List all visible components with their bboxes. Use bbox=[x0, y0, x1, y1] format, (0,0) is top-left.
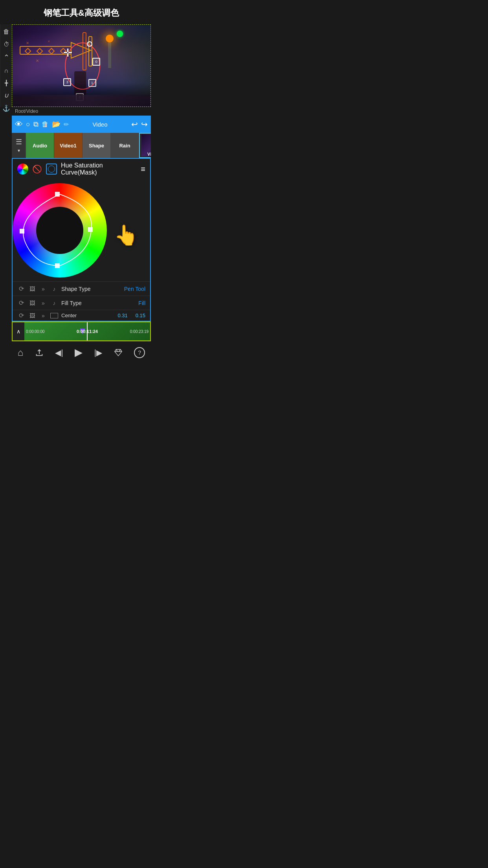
color-wheel-icon[interactable] bbox=[17, 164, 28, 175]
svg-rect-4 bbox=[49, 48, 54, 54]
track-audio[interactable]: Audio bbox=[26, 133, 54, 158]
timeline-collapse-button[interactable]: ∧ bbox=[13, 322, 24, 341]
side-toolbar: 🗑 ⏱ ⌃ ∩ ╋ ∪ ⚓ bbox=[1, 24, 12, 107]
wheel-ctrl-bottom[interactable] bbox=[55, 263, 60, 268]
track-rain-label: Rain bbox=[119, 143, 130, 149]
eye-slash-icon[interactable]: 🚫 bbox=[32, 164, 42, 174]
timer-icon[interactable]: ⏱ bbox=[4, 41, 9, 48]
timeline-current-time: 0:00:11:24 bbox=[77, 329, 98, 334]
bottom-nav: ⌂ ◀| ▶ |▶ ? bbox=[12, 341, 151, 363]
collapse-icon: ▾ bbox=[18, 148, 20, 153]
redo-icon[interactable]: ↪ bbox=[141, 120, 148, 129]
track-list-toggle[interactable]: ☰ ▾ bbox=[12, 133, 26, 158]
mask-circle-icon bbox=[48, 166, 55, 173]
track-audio-label: Audio bbox=[33, 143, 47, 149]
breadcrumb-text: Root/Video bbox=[15, 108, 38, 114]
play-icon[interactable]: ▶ bbox=[75, 346, 83, 359]
color-wheel[interactable] bbox=[13, 183, 107, 278]
shape-type-row: ⟳ 🖼 » ♪ Shape Type Pen Tool bbox=[13, 281, 150, 296]
ctrl-point-top-circle[interactable] bbox=[87, 41, 92, 47]
trash-icon[interactable]: 🗑 bbox=[3, 28, 9, 35]
anchor-icon[interactable]: ⚓ bbox=[2, 105, 10, 112]
svg-text:✕: ✕ bbox=[48, 40, 50, 43]
effect-panel-title: Hue Saturation Curve(Mask) bbox=[61, 162, 137, 176]
timeline-area: ∧ 0:00:00:00 0:00:11:24 0:00:23:19 bbox=[12, 322, 151, 341]
arc-down-icon[interactable]: ∪ bbox=[4, 92, 9, 99]
breadcrumb: Root/Video bbox=[12, 107, 151, 116]
pen-icon[interactable]: ✏ bbox=[64, 121, 69, 128]
track-shape[interactable]: Shape bbox=[83, 133, 111, 158]
track-video-selected-label: Video bbox=[147, 152, 151, 156]
center-value2[interactable]: 0.15 bbox=[136, 313, 145, 318]
fill-type-icon1: ⟳ bbox=[17, 299, 25, 307]
circle-icon[interactable]: ○ bbox=[26, 120, 30, 129]
timeline-track[interactable]: 0:00:00:00 0:00:11:24 0:00:23:19 bbox=[24, 322, 150, 340]
track-video-selected[interactable]: Video bbox=[139, 133, 151, 158]
timeline-end-time: 0:00:23:19 bbox=[130, 329, 149, 334]
center-icon2: 🖼 bbox=[28, 313, 36, 319]
shape-type-value[interactable]: Pen Tool bbox=[124, 286, 145, 292]
eye-icon[interactable]: 👁 bbox=[15, 120, 23, 129]
list-icon: ☰ bbox=[16, 138, 22, 146]
fill-type-icon3: » bbox=[39, 300, 47, 306]
timeline-row[interactable]: ∧ 0:00:00:00 0:00:11:24 0:00:23:19 bbox=[12, 322, 151, 341]
up-arrow-icon[interactable]: ⌃ bbox=[4, 53, 9, 62]
ctrl-point-0[interactable]: 0 bbox=[92, 58, 100, 66]
fill-type-label: Fill Type bbox=[61, 300, 135, 306]
folder-icon[interactable]: 📂 bbox=[52, 120, 61, 129]
gem-icon[interactable] bbox=[114, 348, 123, 357]
home-icon[interactable]: ⌂ bbox=[18, 347, 24, 358]
center-values: 0.31 0.15 bbox=[117, 313, 145, 318]
track-list: ☰ ▾ Audio Video1 Shape Rain Video + bbox=[12, 133, 151, 158]
svg-text:✕: ✕ bbox=[26, 41, 29, 45]
svg-rect-2 bbox=[25, 48, 31, 54]
shape-type-icon2: 🖼 bbox=[28, 286, 36, 292]
wheel-ctrl-left[interactable] bbox=[20, 229, 24, 234]
wheel-ctrl-right[interactable] bbox=[88, 227, 93, 232]
delete-icon[interactable]: 🗑 bbox=[42, 120, 49, 129]
page-title: 钢笔工具&高级调色 bbox=[0, 0, 163, 24]
wheel-ctrl-top[interactable] bbox=[55, 192, 60, 197]
track-video1-label: Video1 bbox=[60, 143, 76, 149]
fill-type-icon4: ♪ bbox=[50, 300, 58, 306]
hue-sat-area: 👆 bbox=[13, 179, 150, 281]
shape-type-icon4: ♪ bbox=[50, 286, 58, 292]
center-value1[interactable]: 0.31 bbox=[117, 313, 127, 318]
svg-rect-3 bbox=[37, 48, 42, 54]
center-row: ⟳ 🖼 » Center 0.31 0.15 bbox=[13, 310, 150, 321]
copy-icon[interactable]: ⧉ bbox=[33, 120, 39, 129]
track-rain[interactable]: Rain bbox=[111, 133, 139, 158]
undo-icon[interactable]: ↩ bbox=[131, 120, 138, 129]
track-video1[interactable]: Video1 bbox=[54, 133, 83, 158]
mask-icon[interactable] bbox=[46, 164, 57, 175]
wet-road bbox=[12, 95, 150, 107]
fill-type-row: ⟳ 🖼 » ♪ Fill Type Fill bbox=[13, 296, 150, 310]
center-icon1: ⟳ bbox=[17, 312, 25, 319]
effect-panel: 🚫 Hue Saturation Curve(Mask) ≡ 👆 bbox=[12, 158, 151, 322]
wheel-curve-svg bbox=[13, 183, 107, 278]
arc-up-icon[interactable]: ∩ bbox=[4, 67, 9, 74]
share-icon[interactable] bbox=[35, 348, 44, 357]
video-preview-container: ✕ ✕ ✕ ✛ 0 2 3 1 🗑 ⏱ ⌃ bbox=[12, 24, 151, 107]
shape-type-icon1: ⟳ bbox=[17, 285, 25, 292]
help-icon[interactable]: ? bbox=[134, 347, 145, 358]
cursor-hand: 👆 bbox=[114, 224, 138, 246]
traffic-light-green bbox=[117, 31, 123, 37]
cross-icon[interactable]: ╋ bbox=[5, 80, 8, 86]
street-light-bulb bbox=[106, 35, 114, 42]
center-icon4 bbox=[50, 313, 58, 318]
track-shape-label: Shape bbox=[89, 143, 104, 149]
blue-toolbar: 👁 ○ ⧉ 🗑 📂 ✏ Video ↩ ↪ bbox=[12, 116, 151, 133]
fill-type-value[interactable]: Fill bbox=[138, 300, 145, 306]
prev-frame-icon[interactable]: ◀| bbox=[55, 348, 63, 357]
center-label: Center bbox=[61, 313, 114, 318]
shape-type-label: Shape Type bbox=[61, 286, 121, 292]
toolbar-label: Video bbox=[72, 121, 128, 128]
street-scene bbox=[12, 83, 150, 107]
next-frame-icon[interactable]: |▶ bbox=[94, 348, 102, 357]
effect-panel-menu-icon[interactable]: ≡ bbox=[141, 165, 145, 174]
video-preview[interactable]: ✕ ✕ ✕ ✛ 0 2 3 1 bbox=[12, 24, 151, 107]
effect-panel-header: 🚫 Hue Saturation Curve(Mask) ≡ bbox=[13, 159, 150, 179]
center-icon3: » bbox=[39, 313, 47, 319]
svg-text:✕: ✕ bbox=[36, 59, 39, 63]
